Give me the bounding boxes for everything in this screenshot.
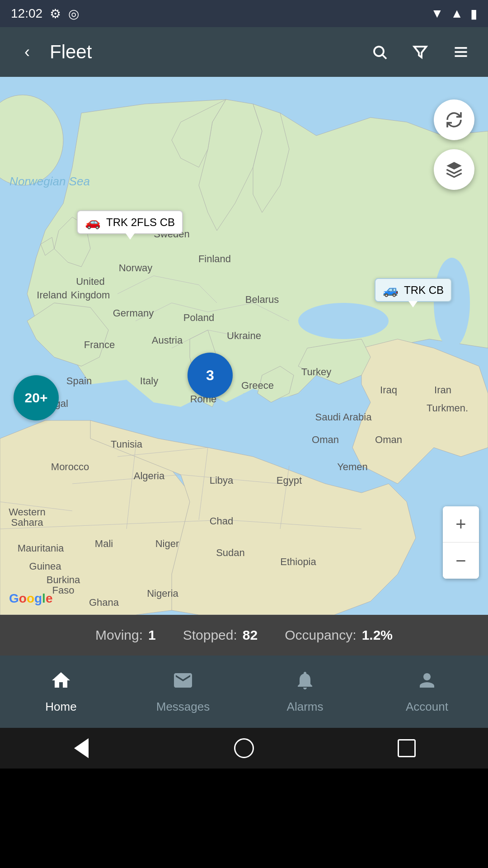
layers-button[interactable] — [434, 149, 474, 190]
svg-text:Turkey: Turkey — [301, 366, 331, 377]
nav-item-home[interactable]: Home — [0, 662, 122, 721]
svg-text:Oman: Oman — [312, 434, 339, 445]
svg-text:Niger: Niger — [155, 538, 179, 549]
svg-text:Guinea: Guinea — [29, 561, 62, 572]
cluster-label: 20+ — [25, 390, 48, 406]
alarms-icon — [294, 670, 316, 696]
battery-icon: ▮ — [470, 6, 477, 21]
svg-text:Sahara: Sahara — [11, 517, 44, 528]
svg-text:Belarus: Belarus — [245, 294, 279, 305]
svg-line-1 — [383, 55, 386, 59]
app-bar: ‹ Fleet — [0, 27, 488, 77]
svg-text:Kingdom: Kingdom — [71, 289, 110, 301]
svg-text:Nigeria: Nigeria — [147, 588, 178, 599]
stats-bar: Moving: 1 Stopped: 82 Occupancy: 1.2% — [0, 615, 488, 656]
svg-text:Poland: Poland — [183, 312, 215, 323]
occupancy-value: 1.2% — [362, 627, 393, 643]
cluster-label: 3 — [206, 367, 214, 384]
svg-text:Sudan: Sudan — [216, 547, 245, 558]
nav-label-account: Account — [406, 700, 448, 714]
nav-label-alarms: Alarms — [287, 700, 324, 714]
svg-text:Burkina: Burkina — [47, 574, 80, 585]
svg-text:Ethiopia: Ethiopia — [280, 556, 316, 567]
cluster-3[interactable]: 3 — [188, 353, 233, 398]
occupancy-stat: Occupancy: 1.2% — [285, 627, 393, 643]
svg-text:Spain: Spain — [66, 375, 92, 387]
svg-text:Finland: Finland — [198, 253, 231, 264]
wifi-icon: ▼ — [431, 6, 444, 21]
svg-text:Algeria: Algeria — [134, 470, 165, 481]
svg-text:Libya: Libya — [210, 475, 234, 486]
vehicle-icon: 🚙 — [383, 283, 399, 297]
svg-text:Saudi Arabia: Saudi Arabia — [315, 411, 372, 423]
svg-text:Tunisia: Tunisia — [111, 439, 143, 450]
svg-text:Iran: Iran — [434, 384, 451, 396]
at-icon: ◎ — [68, 6, 79, 21]
signal-icon: ▲ — [450, 6, 463, 21]
svg-text:Chad: Chad — [210, 515, 234, 527]
status-bar: 12:02 ⚙ ◎ ▼ ▲ ▮ — [0, 0, 488, 27]
nav-label-home: Home — [45, 700, 76, 714]
svg-text:Egypt: Egypt — [277, 475, 302, 486]
svg-text:Norway: Norway — [119, 262, 153, 274]
refresh-button[interactable] — [434, 99, 474, 140]
vehicle-icon: 🚗 — [85, 215, 101, 230]
occupancy-label: Occupancy: — [285, 627, 356, 643]
zoom-in-button[interactable]: + — [443, 506, 479, 542]
cluster-20-plus[interactable]: 20+ — [14, 375, 59, 420]
google-logo: Google — [9, 591, 52, 606]
menu-button[interactable] — [447, 38, 474, 66]
app-bar-actions — [366, 38, 474, 66]
account-icon — [416, 670, 438, 696]
moving-stat: Moving: 1 — [95, 627, 156, 643]
system-nav-bar — [0, 728, 488, 769]
system-back-button[interactable] — [66, 732, 97, 764]
settings-icon: ⚙ — [50, 6, 61, 21]
svg-text:United: United — [76, 276, 105, 287]
home-icon — [50, 670, 72, 696]
svg-text:France: France — [84, 339, 115, 350]
clock: 12:02 — [11, 6, 42, 21]
nav-item-account[interactable]: Account — [366, 662, 488, 721]
vehicle-marker-trk2flscb[interactable]: 🚗 TRK 2FLS CB — [77, 210, 183, 234]
stopped-value: 82 — [243, 627, 258, 643]
back-arrow-icon: ‹ — [24, 42, 30, 61]
bottom-nav: Home Messages Alarms Account — [0, 656, 488, 728]
system-recents-button[interactable] — [391, 732, 422, 764]
svg-marker-2 — [414, 47, 427, 57]
svg-text:Austria: Austria — [152, 335, 183, 346]
page-title: Fleet — [50, 41, 366, 63]
zoom-controls: + − — [443, 506, 479, 579]
vehicle-marker-trkcb[interactable]: 🚙 TRK CB — [375, 278, 452, 302]
nav-item-alarms[interactable]: Alarms — [244, 662, 366, 721]
svg-text:Western: Western — [9, 506, 46, 518]
map-background: Norwegian Sea Norway Finland Sweden Unit… — [0, 77, 488, 615]
search-button[interactable] — [366, 38, 393, 66]
vehicle-label: TRK CB — [404, 284, 444, 297]
svg-text:Morocco: Morocco — [51, 461, 89, 472]
map-container[interactable]: Norwegian Sea Norway Finland Sweden Unit… — [0, 77, 488, 615]
svg-text:Faso: Faso — [52, 585, 75, 596]
svg-text:Mali: Mali — [95, 538, 113, 549]
moving-value: 1 — [148, 627, 156, 643]
system-home-button[interactable] — [228, 732, 260, 764]
svg-text:Ireland: Ireland — [37, 289, 67, 301]
nav-item-messages[interactable]: Messages — [122, 662, 244, 721]
messages-icon — [172, 670, 194, 696]
svg-point-0 — [374, 47, 384, 56]
svg-text:Ghana: Ghana — [89, 597, 119, 608]
zoom-out-button[interactable]: − — [443, 542, 479, 579]
svg-text:Mauritania: Mauritania — [18, 542, 64, 554]
stopped-label: Stopped: — [183, 627, 237, 643]
back-button[interactable]: ‹ — [14, 38, 41, 66]
svg-text:Germany: Germany — [113, 307, 154, 319]
svg-text:Oman: Oman — [375, 434, 402, 445]
nav-label-messages: Messages — [156, 700, 210, 714]
svg-point-9 — [434, 258, 470, 348]
svg-text:Turkmen.: Turkmen. — [427, 402, 468, 414]
filter-button[interactable] — [407, 38, 434, 66]
svg-text:Greece: Greece — [241, 380, 274, 391]
svg-text:Ukraine: Ukraine — [227, 330, 261, 341]
stopped-stat: Stopped: 82 — [183, 627, 258, 643]
svg-text:Norwegian Sea: Norwegian Sea — [9, 175, 90, 188]
